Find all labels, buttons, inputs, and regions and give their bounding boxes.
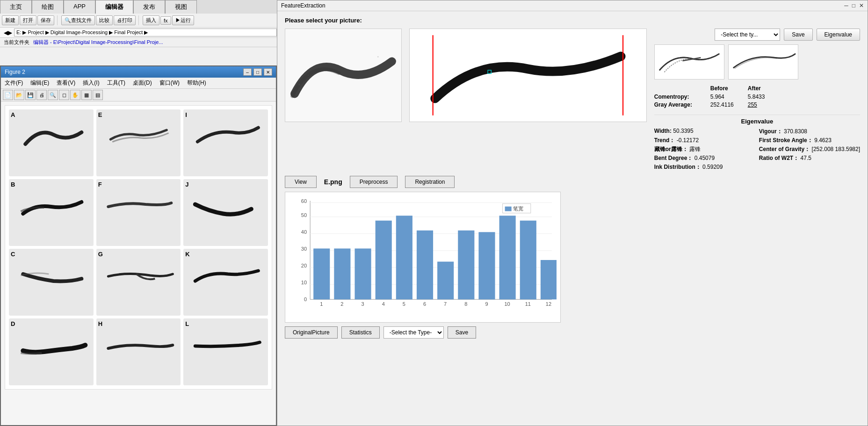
- col-after: After: [748, 85, 785, 92]
- menu-edit[interactable]: 编辑(E): [27, 78, 53, 88]
- svg-text:20: 20: [301, 263, 307, 268]
- bar-9: [478, 232, 495, 299]
- tb-pan[interactable]: ✋: [70, 90, 80, 100]
- gray-before: 252.4116: [710, 101, 748, 108]
- cog-val: [252.008 183.5982]: [812, 146, 860, 152]
- bar-11: [520, 221, 536, 300]
- comentropy-label: Comentropy:: [654, 94, 710, 100]
- original-image-panel: [285, 29, 402, 122]
- tb-open[interactable]: 📂: [14, 90, 24, 100]
- type-select-bottom[interactable]: -Select the Type-: [383, 326, 444, 339]
- width-row: Width: 50.3395: [654, 128, 755, 136]
- fx-btn[interactable]: fx: [160, 16, 171, 25]
- tab-publish[interactable]: 发布: [133, 0, 165, 14]
- open-btn[interactable]: 打开: [20, 15, 36, 25]
- original-picture-btn[interactable]: OriginalPicture: [285, 326, 338, 339]
- feature-extraction-window: FeatureExtraction ─ □ ✕ Please select yo…: [277, 0, 868, 426]
- menu-file[interactable]: 文件(F): [1, 78, 27, 88]
- thumb-left-svg: [655, 45, 724, 79]
- save-bottom-btn[interactable]: Save: [448, 326, 476, 339]
- label-F: F: [98, 181, 102, 188]
- view-btn[interactable]: View: [285, 176, 317, 188]
- tab-editor[interactable]: 编辑器: [95, 0, 133, 14]
- svg-text:5: 5: [403, 301, 405, 307]
- statistics-btn[interactable]: Statistics: [341, 326, 380, 339]
- width-label: Width:: [654, 128, 672, 134]
- tab-plot[interactable]: 绘图: [32, 0, 64, 14]
- menu-desktop[interactable]: 桌面(D): [129, 78, 156, 88]
- stroke-L: [185, 327, 266, 360]
- type-select-top[interactable]: -Select the ty...: [715, 29, 780, 41]
- cang-val: 露锋: [689, 146, 701, 152]
- registration-btn[interactable]: Registration: [405, 176, 455, 188]
- trend-val: -0.12172: [677, 137, 699, 144]
- tb-zoom[interactable]: 🔍: [48, 90, 58, 100]
- menu-window[interactable]: 窗口(W): [156, 78, 183, 88]
- figure2-window-controls: – □ ✕: [243, 68, 272, 76]
- grid-cell-J: J: [183, 179, 268, 246]
- row2t-val: 47.5: [801, 155, 811, 161]
- tab-app[interactable]: APP: [64, 0, 95, 14]
- svg-text:8: 8: [464, 301, 467, 307]
- stroke-B: [11, 188, 92, 221]
- feature-close-btn[interactable]: ✕: [859, 2, 864, 9]
- bar-6: [417, 231, 433, 300]
- tb-save[interactable]: 💾: [25, 90, 36, 100]
- cog-row: Center of Gravity： [252.008 183.5982]: [759, 145, 860, 153]
- find-file-btn[interactable]: 🔍查找文件: [61, 15, 95, 25]
- svg-text:12: 12: [546, 301, 551, 307]
- minimize-btn[interactable]: –: [243, 68, 252, 76]
- cog-label: Center of Gravity：: [759, 146, 810, 152]
- gray-after: 255: [748, 101, 785, 108]
- stats-table: Before After Comentropy: 5.964 5.8433 Gr…: [654, 85, 860, 108]
- feature-title: FeatureExtraction: [281, 2, 326, 9]
- trend-row: Trend： -0.12172: [654, 137, 755, 144]
- menu-view[interactable]: 查看(V): [53, 78, 79, 88]
- maximize-btn[interactable]: □: [253, 68, 262, 76]
- menu-tools[interactable]: 工具(T): [103, 78, 129, 88]
- gray-label: Gray Average:: [654, 101, 710, 108]
- svg-text:7: 7: [444, 301, 447, 307]
- svg-text:10: 10: [301, 280, 307, 285]
- tb-data[interactable]: ▤: [93, 90, 103, 100]
- tb-select[interactable]: ◻: [59, 90, 69, 100]
- save-top-btn[interactable]: Save: [784, 29, 812, 41]
- col-before: Before: [710, 85, 748, 92]
- feature-window-controls: ─ □ ✕: [844, 2, 864, 9]
- menu-insert[interactable]: 插入(I): [79, 78, 103, 88]
- bent-val: 0.45079: [694, 155, 715, 161]
- thumbnail-row: [654, 44, 860, 79]
- fsa-row: First Stroke Angle： 9.4623: [759, 137, 860, 144]
- bar-3: [354, 248, 371, 299]
- ink-label: Ink Distribution：: [654, 164, 701, 170]
- label-K: K: [185, 251, 189, 258]
- insert-btn[interactable]: 插入: [143, 15, 159, 25]
- print-btn[interactable]: 🖨打印: [114, 15, 136, 25]
- tab-view[interactable]: 视图: [165, 0, 197, 14]
- feature-maximize-btn[interactable]: □: [852, 2, 855, 9]
- compare-btn[interactable]: 比较: [96, 15, 113, 25]
- menu-help[interactable]: 帮助(H): [183, 78, 210, 88]
- close-btn[interactable]: ✕: [264, 68, 272, 76]
- processed-image-panel: [409, 29, 647, 122]
- label-E: E: [98, 111, 102, 118]
- tb-print[interactable]: 🖨: [36, 90, 47, 100]
- svg-text:2: 2: [340, 301, 343, 307]
- tb-new[interactable]: 📄: [3, 90, 13, 100]
- figure2-titlebar: Figure 2 – □ ✕: [1, 66, 276, 78]
- tb-grid[interactable]: ▦: [81, 90, 92, 100]
- row2t-row: Ratio of W2T： 47.5: [759, 154, 860, 162]
- stroke-F: [98, 188, 179, 221]
- new-btn[interactable]: 新建: [2, 15, 19, 25]
- save-btn[interactable]: 保存: [37, 15, 54, 25]
- grid-cell-D: D: [9, 318, 94, 385]
- label-A: A: [11, 111, 15, 118]
- svg-text:0: 0: [304, 296, 307, 302]
- run-btn[interactable]: ▶运行: [172, 15, 194, 25]
- editor-label: 编辑器 - E\Project\Digital Image-Processing…: [33, 39, 163, 46]
- eigenvalue-btn[interactable]: Eigenvalue: [817, 29, 860, 41]
- tab-home[interactable]: 主页: [0, 0, 32, 14]
- nav-icon: ◀▶: [4, 29, 12, 36]
- preprocess-btn[interactable]: Preprocess: [350, 176, 398, 188]
- feature-minimize-btn[interactable]: ─: [844, 2, 848, 9]
